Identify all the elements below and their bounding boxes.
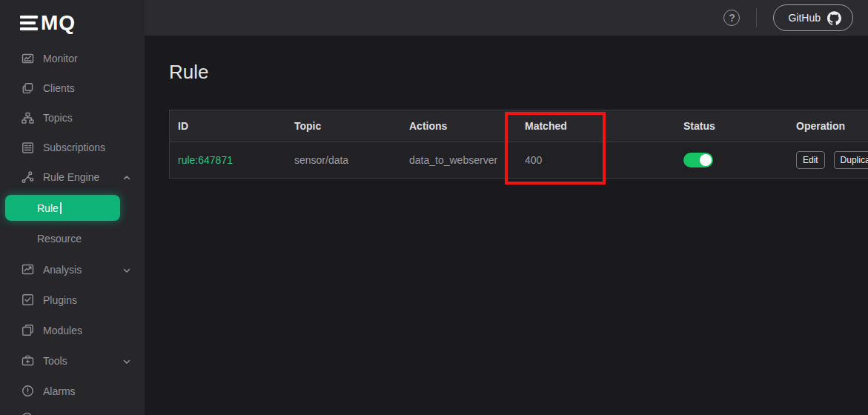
rule-matched-value: 400 <box>517 154 675 166</box>
active-item-pill: Rule <box>5 195 120 221</box>
alarms-icon <box>21 384 35 398</box>
github-button-label: GitHub <box>788 12 821 24</box>
chevron-up-icon <box>122 173 131 182</box>
sidebar-item-monitor[interactable]: Monitor <box>0 44 145 73</box>
table-row: rule:647871 sensor/data data_to_webserve… <box>170 142 868 178</box>
sidebar-item-label: Modules <box>43 325 82 336</box>
sidebar-nav: Monitor Clients Topics Subscriptions <box>0 44 145 406</box>
sidebar-item-label: Subscriptions <box>43 142 105 153</box>
chevron-down-icon <box>122 356 131 365</box>
help-icon[interactable]: ? <box>723 10 740 26</box>
plugins-icon <box>21 293 35 307</box>
emq-logo[interactable]: MQ <box>0 0 145 36</box>
topbar: ? GitHub <box>145 0 868 36</box>
column-header-topic: Topic <box>286 120 401 132</box>
rule-engine-icon <box>21 170 35 185</box>
sidebar-item-modules[interactable]: Modules <box>0 315 145 345</box>
sidebar-item-analysis[interactable]: Analysis <box>0 254 145 285</box>
rule-actions-value: data_to_webserver <box>401 154 517 166</box>
subscriptions-icon <box>21 141 35 155</box>
sidebar-item-topics[interactable]: Topics <box>0 103 145 133</box>
rule-id-link[interactable]: rule:647871 <box>178 154 233 166</box>
duplicate-button[interactable]: Duplicate <box>834 151 868 169</box>
help-icon-glyph: ? <box>729 12 735 24</box>
edit-button[interactable]: Edit <box>796 151 825 169</box>
emq-logo-bars-icon <box>20 16 38 30</box>
sidebar-item-clients[interactable]: Clients <box>0 73 145 103</box>
sidebar: MQ Monitor Clients Topics <box>0 0 145 415</box>
github-button[interactable]: GitHub <box>773 4 853 31</box>
chevron-down-icon <box>122 265 131 274</box>
sidebar-item-rule-engine[interactable]: Rule Engine <box>0 162 145 192</box>
rule-table: ID Topic Actions Matched Status Operatio… <box>169 110 868 179</box>
rule-topic-value: sensor/data <box>286 154 401 166</box>
emq-logo-text: MQ <box>41 13 76 33</box>
text-caret <box>60 202 62 214</box>
tools-icon <box>21 353 35 368</box>
sidebar-item-label: Rule Engine <box>43 171 99 183</box>
clients-icon <box>21 82 35 96</box>
monitor-icon <box>21 52 35 66</box>
sidebar-item-alarms[interactable]: Alarms <box>0 376 145 406</box>
modules-icon <box>21 323 35 337</box>
sidebar-item-label: Plugins <box>43 294 77 306</box>
emqx-dashboard: ? GitHub MQ Monitor <box>0 0 868 415</box>
column-header-status: Status <box>675 120 788 132</box>
sidebar-item-label: Resource <box>37 233 82 245</box>
column-header-operation: Operation <box>788 120 868 132</box>
github-octocat-icon <box>827 11 841 25</box>
sidebar-item-label: Monitor <box>43 53 78 64</box>
settings-gear-icon-partial <box>20 411 34 415</box>
table-header-row: ID Topic Actions Matched Status Operatio… <box>170 110 868 142</box>
sidebar-item-label: Topics <box>43 112 73 124</box>
status-toggle[interactable] <box>683 153 713 167</box>
sidebar-item-label: Clients <box>43 82 75 94</box>
sidebar-item-label: Rule <box>37 202 59 214</box>
sidebar-item-label: Alarms <box>43 385 76 397</box>
page-title: Rule <box>169 61 208 84</box>
column-header-id: ID <box>170 120 286 132</box>
sidebar-item-label: Analysis <box>43 264 82 276</box>
topics-icon <box>21 111 35 125</box>
sidebar-item-tools[interactable]: Tools <box>0 345 145 376</box>
analysis-icon <box>21 262 35 276</box>
sidebar-item-rule[interactable]: Rule <box>0 192 145 223</box>
sidebar-item-resource[interactable]: Resource <box>0 223 145 254</box>
column-header-actions: Actions <box>401 120 517 132</box>
topbar-divider <box>756 8 757 27</box>
toggle-knob <box>700 154 712 166</box>
sidebar-item-label: Tools <box>43 355 67 367</box>
sidebar-item-subscriptions[interactable]: Subscriptions <box>0 133 145 162</box>
column-header-matched: Matched <box>517 120 675 132</box>
sidebar-item-plugins[interactable]: Plugins <box>0 285 145 315</box>
